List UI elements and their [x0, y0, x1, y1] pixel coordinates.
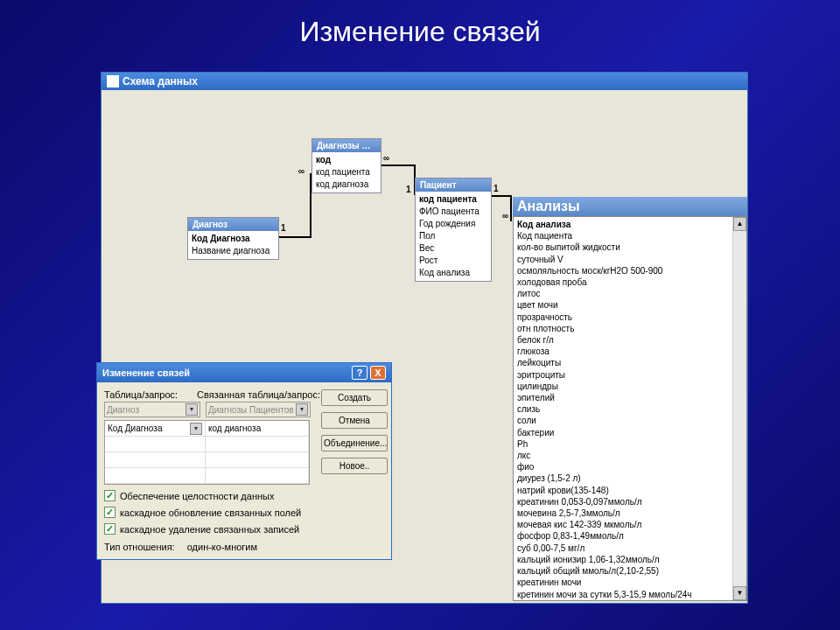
- field[interactable]: Год рождения: [419, 218, 487, 230]
- checkbox-label: каскадное удаление связанных записей: [120, 524, 299, 535]
- field-pk[interactable]: код пациента: [419, 193, 487, 206]
- scroll-up-icon[interactable]: ▲: [733, 217, 746, 231]
- right-table-combo[interactable]: Диагнозы Пациентов ▾: [206, 402, 311, 417]
- table-analizy[interactable]: Анализы Код анализаКод пациентакол-во вы…: [513, 197, 747, 601]
- field[interactable]: код пациента: [316, 166, 377, 178]
- chevron-down-icon[interactable]: ▾: [186, 403, 198, 416]
- table-title: Диагноз: [188, 218, 278, 231]
- field[interactable]: кол-во выпитой жидкости: [517, 242, 743, 253]
- field[interactable]: лкс: [517, 450, 743, 461]
- table-patient[interactable]: Пациент код пациента ФИО пациента Год ро…: [415, 178, 492, 282]
- field[interactable]: Ph: [517, 438, 743, 450]
- field-mapping-grid[interactable]: Код Диагноза▾ код диагноза: [104, 420, 310, 485]
- field[interactable]: кретинин мочи за сутки 5,3-15,9 ммоль/24…: [517, 589, 743, 600]
- cardinality-many: ∞: [502, 211, 508, 220]
- window-icon: [107, 75, 119, 88]
- field[interactable]: Вес: [419, 242, 487, 255]
- table-label: Таблица/запрос:: [104, 389, 178, 400]
- field[interactable]: Код анализа: [517, 219, 743, 230]
- help-icon[interactable]: ?: [352, 366, 368, 380]
- cardinality-one: 1: [406, 185, 411, 194]
- field[interactable]: суточный V: [517, 254, 743, 265]
- chevron-down-icon[interactable]: ▾: [296, 403, 308, 416]
- related-table-label: Связанная таблица/запрос:: [197, 389, 320, 400]
- field[interactable]: белок г/л: [517, 334, 743, 346]
- field[interactable]: Код пациента: [517, 230, 743, 242]
- checkbox-label: Обеспечение целостности данных: [120, 491, 274, 501]
- field[interactable]: эритроциты: [517, 369, 743, 381]
- field[interactable]: слизь: [517, 403, 743, 415]
- slide-title: Изменение связей: [0, 0, 840, 55]
- field[interactable]: код диагноза: [316, 178, 377, 191]
- rel-line: [490, 195, 512, 197]
- cardinality-many: ∞: [383, 153, 389, 163]
- combo-value: Диагноз: [107, 405, 139, 415]
- relation-type-value: один-ко-многим: [187, 542, 257, 552]
- table-title: Диагнозы …: [312, 139, 381, 152]
- cardinality-one: 1: [494, 184, 499, 193]
- join-button[interactable]: Объединение...: [321, 435, 388, 452]
- field[interactable]: бактерии: [517, 427, 743, 438]
- field[interactable]: холодовая проба: [517, 276, 743, 288]
- chevron-down-icon[interactable]: ▾: [190, 423, 202, 435]
- cardinality-many: ∞: [298, 166, 304, 176]
- grid-cell[interactable]: Код Диагноза: [108, 424, 162, 433]
- schema-titlebar: Схема данных: [102, 73, 747, 90]
- checkbox-cascade-update[interactable]: ✓: [104, 507, 116, 518]
- rel-line: [510, 195, 512, 221]
- table-title: Пациент: [416, 178, 491, 192]
- relation-type-label: Тип отношения:: [104, 542, 175, 552]
- field[interactable]: отн плотность: [517, 323, 743, 334]
- field[interactable]: осмоляльность моск/кгН2О 500-900: [517, 265, 743, 276]
- field[interactable]: цвет мочи: [517, 299, 743, 311]
- table-diagnozy[interactable]: Диагнозы … код код пациента код диагноза: [312, 138, 382, 193]
- field[interactable]: Пол: [419, 230, 487, 242]
- field[interactable]: ФИО пациента: [419, 206, 487, 218]
- close-icon[interactable]: X: [370, 366, 386, 380]
- checkbox-cascade-delete[interactable]: ✓: [104, 523, 116, 535]
- checkbox-integrity[interactable]: ✓: [104, 490, 116, 501]
- table-title: Анализы: [513, 197, 747, 216]
- dialog-titlebar[interactable]: Изменение связей ? X: [97, 363, 391, 382]
- field[interactable]: натрий крови(135-148): [517, 485, 743, 496]
- field[interactable]: Название диагноза: [192, 245, 275, 257]
- field[interactable]: креатинин 0,053-0,097ммоль/л: [517, 496, 743, 508]
- field[interactable]: литос: [517, 288, 743, 299]
- edit-relationships-dialog: Изменение связей ? X Таблица/запрос: Свя…: [96, 362, 392, 560]
- dialog-title-text: Изменение связей: [102, 368, 190, 378]
- field[interactable]: суб 0,00-7,5 мг/л: [517, 542, 743, 554]
- field[interactable]: Код анализа: [419, 267, 487, 279]
- field[interactable]: глюкоза: [517, 346, 743, 357]
- cardinality-one: 1: [281, 223, 286, 233]
- field[interactable]: кальций ионизир 1,06-1,32ммоль/л: [517, 554, 743, 565]
- field[interactable]: креатинин мочи: [517, 577, 743, 588]
- field[interactable]: соли: [517, 415, 743, 426]
- field[interactable]: цилиндры: [517, 381, 743, 392]
- grid-cell[interactable]: код диагноза: [208, 424, 261, 433]
- field[interactable]: мочевая кис 142-339 мкмоль/л: [517, 519, 743, 530]
- field[interactable]: прозрачность: [517, 312, 743, 323]
- rel-line: [381, 164, 416, 166]
- field[interactable]: фосфор 0,83-1,49ммоль/л: [517, 530, 743, 542]
- field[interactable]: Рост: [419, 255, 487, 267]
- create-button[interactable]: Создать: [321, 389, 388, 406]
- field-pk[interactable]: Код Диагноза: [192, 233, 275, 245]
- table-diagnoz[interactable]: Диагноз Код Диагноза Название диагноза: [187, 217, 279, 260]
- cancel-button[interactable]: Отмена: [321, 412, 388, 429]
- new-button[interactable]: Новое..: [321, 458, 388, 474]
- field-pk[interactable]: код: [316, 154, 377, 166]
- scroll-down-icon[interactable]: ▼: [733, 586, 746, 600]
- checkbox-label: каскадное обновление связанных полей: [120, 508, 301, 518]
- field[interactable]: мочевина 2,5-7,3ммоль/л: [517, 508, 743, 519]
- field[interactable]: кальций общий ммоль/л(2,10-2,55): [517, 565, 743, 577]
- field[interactable]: диурез (1,5-2 л): [517, 472, 743, 484]
- field[interactable]: лейкоциты: [517, 357, 743, 368]
- scrollbar[interactable]: ▲ ▼: [732, 217, 746, 600]
- field[interactable]: фио: [517, 461, 743, 472]
- field[interactable]: эпителий: [517, 392, 743, 403]
- rel-line: [276, 236, 312, 238]
- left-table-combo[interactable]: Диагноз ▾: [104, 402, 200, 417]
- combo-value: Диагнозы Пациентов: [208, 405, 294, 415]
- schema-title-text: Схема данных: [122, 75, 198, 88]
